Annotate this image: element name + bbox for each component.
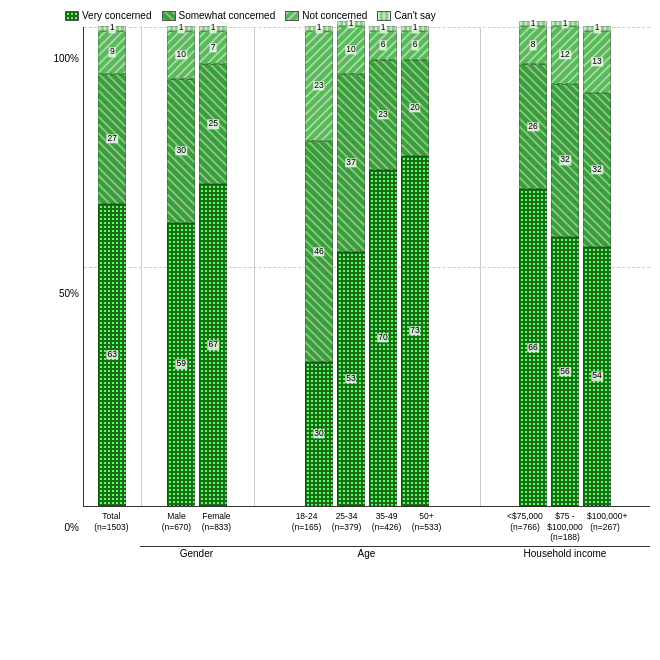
seg-label: 23 bbox=[377, 110, 388, 119]
bar-2-3: 732061 bbox=[401, 27, 429, 506]
bar-group-2: 30462315337101702361732061 bbox=[254, 27, 480, 506]
seg-label: 37 bbox=[345, 158, 356, 167]
bracket-line-left bbox=[140, 546, 197, 547]
segment-cant-2-1: 1 bbox=[337, 21, 365, 26]
segment-cant-2-0: 1 bbox=[305, 26, 333, 31]
bar-1-1: 672571 bbox=[199, 27, 227, 506]
seg-label: 54 bbox=[591, 372, 602, 381]
segment-cant-3-2: 1 bbox=[583, 26, 611, 31]
bar-3-2: 5432131 bbox=[583, 27, 611, 506]
seg-label: 46 bbox=[313, 247, 324, 256]
seg-label: 73 bbox=[409, 326, 420, 335]
segment-very-1-0: 59 bbox=[167, 223, 195, 506]
bar-wrap-1-0: 5930101 bbox=[167, 27, 195, 506]
segment-somewhat-2-1: 37 bbox=[337, 74, 365, 252]
group-label-3: Household income bbox=[480, 546, 650, 559]
separator-3 bbox=[480, 27, 481, 506]
legend-swatch bbox=[377, 11, 391, 21]
group-label-text-3: Household income bbox=[480, 548, 650, 559]
bar-2-1: 5337101 bbox=[337, 27, 365, 506]
segment-not-2-2: 6 bbox=[369, 31, 397, 60]
bar-wrap-3-2: 5432131 bbox=[583, 27, 611, 506]
x-label-group-2: 18-24 (n=165)25-34 (n=379)35-49 (n=426)5… bbox=[253, 511, 480, 543]
x-label-group-3: <$75,000 (n=766)$75 - $100,000 (n=188)$1… bbox=[480, 511, 650, 543]
segment-not-2-0: 23 bbox=[305, 31, 333, 141]
bar-3-1: 5632121 bbox=[551, 27, 579, 506]
x-label-1-0: Male (n=670) bbox=[158, 511, 194, 543]
segment-somewhat-2-2: 23 bbox=[369, 60, 397, 170]
seg-label: 1 bbox=[412, 24, 419, 33]
seg-label: 1 bbox=[348, 19, 355, 28]
y-label-100: 100% bbox=[53, 53, 79, 64]
segment-cant-2-2: 1 bbox=[369, 26, 397, 31]
segment-cant-1-1: 1 bbox=[199, 26, 227, 31]
separator-1 bbox=[141, 27, 142, 506]
bars-area: 6327915930101672571304623153371017023617… bbox=[83, 27, 650, 507]
segment-somewhat-0-0: 27 bbox=[98, 74, 126, 204]
segment-not-1-1: 7 bbox=[199, 31, 227, 65]
segment-very-2-2: 70 bbox=[369, 170, 397, 506]
seg-label: 56 bbox=[559, 367, 570, 376]
bar-group-3: 66268156321215432131 bbox=[480, 27, 650, 506]
seg-label: 10 bbox=[175, 50, 186, 59]
x-label-0-0: Total (n=1503) bbox=[93, 511, 129, 543]
seg-label: 67 bbox=[207, 341, 218, 350]
legend-item-very-concerned: Very concerned bbox=[65, 10, 152, 21]
legend-item-can't-say: Can't say bbox=[377, 10, 435, 21]
segment-not-2-1: 10 bbox=[337, 26, 365, 74]
seg-label: 53 bbox=[345, 374, 356, 383]
seg-label: 1 bbox=[178, 24, 185, 33]
chart-container: Very concernedSomewhat concernedNot conc… bbox=[0, 0, 660, 660]
segment-very-3-2: 54 bbox=[583, 247, 611, 506]
seg-label: 9 bbox=[109, 48, 116, 57]
segment-not-1-0: 10 bbox=[167, 31, 195, 79]
bar-2-0: 3046231 bbox=[305, 27, 333, 506]
bar-group-0: 632791 bbox=[84, 27, 141, 506]
segment-very-3-0: 66 bbox=[519, 189, 547, 506]
bracket-line-left bbox=[253, 546, 366, 547]
bar-wrap-2-3: 732061 bbox=[401, 27, 429, 506]
segment-cant-1-0: 1 bbox=[167, 26, 195, 31]
x-label-3-1: $75 - $100,000 (n=188) bbox=[547, 511, 583, 543]
legend-swatch bbox=[162, 11, 176, 21]
bar-wrap-3-0: 662681 bbox=[519, 27, 547, 506]
x-label-2-1: 25-34 (n=379) bbox=[329, 511, 365, 543]
seg-label: 1 bbox=[316, 24, 323, 33]
seg-label: 1 bbox=[109, 24, 116, 33]
segment-not-3-0: 8 bbox=[519, 26, 547, 64]
segment-very-3-1: 56 bbox=[551, 237, 579, 506]
segment-somewhat-3-0: 26 bbox=[519, 64, 547, 189]
segment-not-2-3: 6 bbox=[401, 31, 429, 60]
seg-label: 66 bbox=[527, 343, 538, 352]
bar-3-0: 662681 bbox=[519, 27, 547, 506]
group-label-2: Age bbox=[253, 546, 480, 559]
segment-not-3-2: 13 bbox=[583, 31, 611, 93]
y-label-50: 50% bbox=[59, 288, 79, 299]
segment-very-2-3: 73 bbox=[401, 156, 429, 506]
separator-2 bbox=[254, 27, 255, 506]
segment-not-0-0: 9 bbox=[98, 31, 126, 74]
seg-label: 25 bbox=[207, 120, 218, 129]
segment-somewhat-3-1: 32 bbox=[551, 84, 579, 238]
legend-item-somewhat-concerned: Somewhat concerned bbox=[162, 10, 276, 21]
legend-item-not-concerned: Not concerned bbox=[285, 10, 367, 21]
legend-swatch bbox=[65, 11, 79, 21]
segment-somewhat-1-1: 25 bbox=[199, 64, 227, 184]
legend-swatch bbox=[285, 11, 299, 21]
x-label-3-0: <$75,000 (n=766) bbox=[507, 511, 543, 543]
segment-very-0-0: 63 bbox=[98, 204, 126, 506]
bar-wrap-0-0: 632791 bbox=[98, 27, 126, 506]
group-label-text-2: Age bbox=[253, 548, 480, 559]
seg-label: 30 bbox=[175, 146, 186, 155]
segment-very-2-0: 30 bbox=[305, 362, 333, 506]
seg-label: 10 bbox=[345, 45, 356, 54]
seg-label: 1 bbox=[594, 24, 601, 33]
x-label-1-1: Female (n=833) bbox=[198, 511, 234, 543]
seg-label: 1 bbox=[530, 19, 537, 28]
segment-cant-3-1: 1 bbox=[551, 21, 579, 26]
bar-1-0: 5930101 bbox=[167, 27, 195, 506]
seg-label: 70 bbox=[377, 333, 388, 342]
x-label-group-0: Total (n=1503) bbox=[83, 511, 140, 543]
y-label-0: 0% bbox=[65, 522, 79, 533]
segment-somewhat-2-3: 20 bbox=[401, 60, 429, 156]
